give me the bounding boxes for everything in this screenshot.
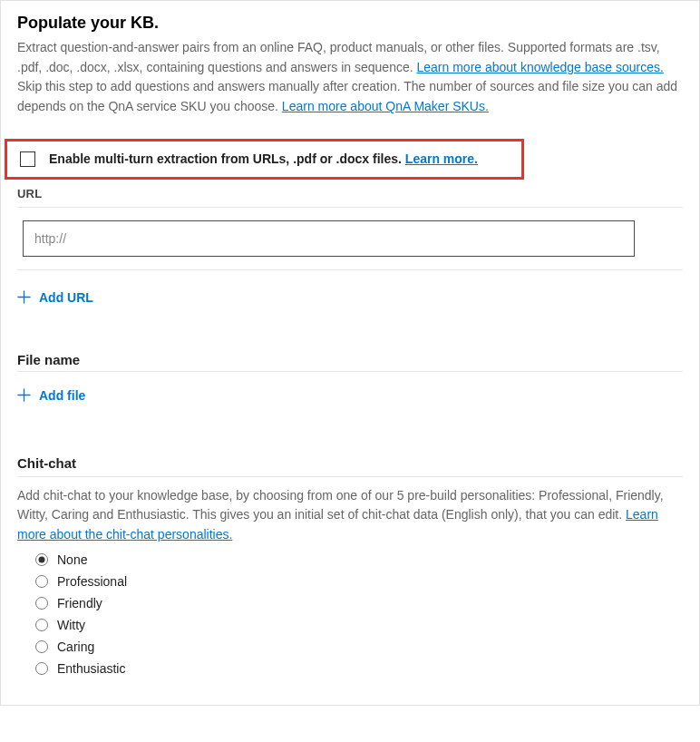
learn-sku-link[interactable]: Learn more about QnA Maker SKUs. (282, 99, 489, 113)
add-url-label: Add URL (39, 290, 93, 305)
plus-icon (17, 388, 31, 402)
radio-label: None (57, 552, 87, 567)
enable-multiturn-checkbox[interactable] (20, 151, 35, 167)
url-section-label: URL (17, 187, 683, 200)
divider (17, 207, 683, 208)
url-input[interactable] (23, 220, 635, 257)
radio-label: Witty (57, 618, 85, 632)
multiturn-learn-link[interactable]: Learn more. (405, 151, 478, 166)
radio-icon (35, 597, 48, 610)
chitchat-radio-enthusiastic[interactable]: Enthusiastic (35, 661, 683, 676)
divider (17, 269, 683, 270)
populate-description: Extract question-and-answer pairs from a… (17, 38, 683, 117)
radio-icon (35, 553, 48, 566)
multiturn-label-text: Enable multi-turn extraction from URLs, … (49, 151, 405, 166)
learn-kb-sources-link[interactable]: Learn more about knowledge base sources. (416, 60, 663, 74)
add-file-label: Add file (39, 388, 85, 403)
multiturn-label: Enable multi-turn extraction from URLs, … (49, 151, 478, 166)
divider (17, 371, 683, 372)
multiturn-highlight: Enable multi-turn extraction from URLs, … (5, 139, 524, 180)
chitchat-radio-witty[interactable]: Witty (35, 618, 683, 632)
chitchat-radio-group: NoneProfessionalFriendlyWittyCaringEnthu… (35, 552, 683, 676)
plus-icon (17, 290, 31, 304)
add-file-button[interactable]: Add file (17, 381, 85, 410)
add-url-button[interactable]: Add URL (17, 283, 93, 312)
radio-icon (35, 640, 48, 653)
radio-label: Friendly (57, 596, 102, 610)
filename-section-label: File name (17, 352, 683, 367)
chitchat-description: Add chit-chat to your knowledge base, by… (17, 486, 683, 545)
chitchat-section-label: Chit-chat (17, 455, 683, 471)
radio-label: Professional (57, 574, 127, 589)
page-title: Populate your KB. (17, 14, 683, 33)
chitchat-desc-text: Add chit-chat to your knowledge base, by… (17, 488, 664, 522)
chitchat-radio-caring[interactable]: Caring (35, 639, 683, 654)
divider (17, 476, 683, 477)
radio-icon (35, 662, 48, 675)
radio-icon (35, 619, 48, 631)
chitchat-radio-none[interactable]: None (35, 552, 683, 567)
radio-label: Caring (57, 639, 94, 654)
radio-label: Enthusiastic (57, 661, 125, 676)
radio-icon (35, 575, 48, 588)
chitchat-radio-professional[interactable]: Professional (35, 574, 683, 589)
chitchat-radio-friendly[interactable]: Friendly (35, 596, 683, 610)
populate-kb-panel: Populate your KB. Extract question-and-a… (0, 0, 700, 706)
